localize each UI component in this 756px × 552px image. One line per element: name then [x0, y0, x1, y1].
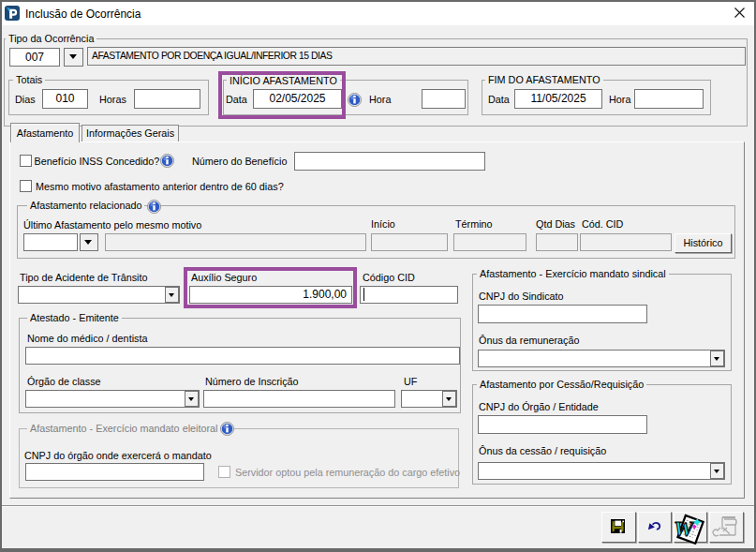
svg-text:W: W	[674, 516, 695, 541]
